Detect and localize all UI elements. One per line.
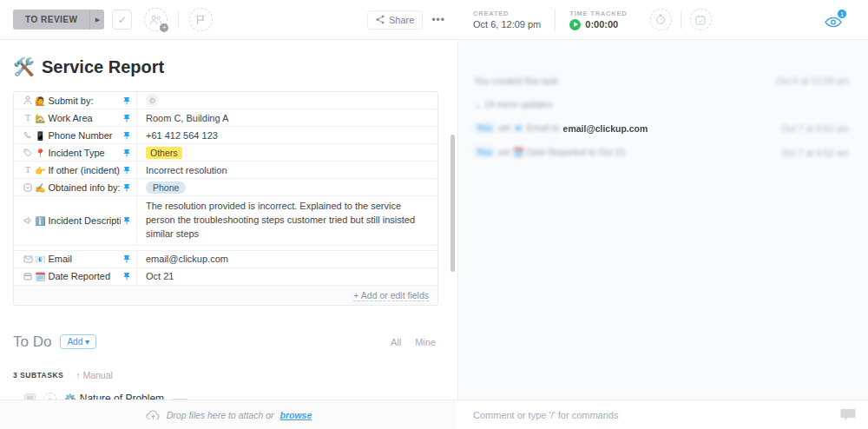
todo-header: To Do Add ▾ All Mine <box>13 333 444 351</box>
task-view: TO REVIEW ▶ ✓ + <box>0 0 868 429</box>
more-options-button[interactable]: ••• <box>431 14 445 26</box>
attach-hint-text: Drop files here to attach or <box>167 410 274 420</box>
subtask-name: Nature of Problem <box>80 393 164 399</box>
filter-mine[interactable]: Mine <box>415 337 436 347</box>
filter-all[interactable]: All <box>391 337 401 347</box>
field-value-incident-description[interactable]: The resolution provided is incorrect. Ex… <box>137 196 437 245</box>
field-value-obtained-info[interactable]: Phone <box>137 179 437 195</box>
email-field-icon <box>21 255 35 263</box>
field-label: Email <box>48 254 72 264</box>
subtask-row[interactable]: + ⚙️Nature of Problem ▬▬ <box>24 389 457 399</box>
subtask-assignee-icon[interactable]: + <box>43 393 56 399</box>
add-subtask-button[interactable]: Add ▾ <box>60 334 96 349</box>
pin-icon[interactable] <box>121 272 133 280</box>
created-block: CREATED Oct 6, 12:09 pm <box>473 10 541 30</box>
activity-collapsed-updates[interactable]: ⌄ 14 more updates <box>474 99 849 109</box>
header-right: CREATED Oct 6, 12:09 pm TIME TRACKED 0:0… <box>457 9 868 31</box>
mark-complete-button[interactable]: ✓ <box>112 10 132 30</box>
next-status-button[interactable]: ▶ <box>89 10 104 30</box>
priority-flag-button[interactable] <box>189 8 213 31</box>
text-field-icon: T <box>21 113 35 122</box>
pin-icon[interactable] <box>121 114 133 122</box>
subtask-checkbox[interactable] <box>24 393 36 399</box>
pin-icon[interactable] <box>121 216 133 225</box>
field-row-date-reported[interactable]: 🗓️Date Reported Oct 21 <box>14 268 437 286</box>
activity-panel: You created this task Oct 6 at 12:09 pm … <box>457 41 868 399</box>
watchers-count-badge: 1 <box>837 9 847 19</box>
sort-manual-button[interactable]: ↑ Manual <box>76 370 113 380</box>
pin-icon[interactable] <box>121 254 133 263</box>
user-chip[interactable]: You <box>474 147 495 157</box>
field-value-email[interactable]: email@clickup.com <box>137 251 437 267</box>
field-value-if-other[interactable]: Incorrect resolution <box>137 162 437 178</box>
activity-timestamp: Oct 6 at 12:09 pm <box>777 76 849 86</box>
comment-bubble-icon[interactable] <box>840 408 856 421</box>
field-label: Date Reported <box>48 271 110 281</box>
field-label: Phone Number <box>48 130 112 141</box>
due-date-button[interactable] <box>690 9 712 30</box>
pin-icon[interactable] <box>121 148 133 157</box>
task-emoji: 🛠️ <box>13 56 35 77</box>
activity-text: set 📧 Email to <box>498 122 560 133</box>
people-icon <box>149 15 162 25</box>
activity-timestamp: Oct 7 at 9:52 am <box>781 123 849 134</box>
field-row-incident-type[interactable]: 📍Incident Type Others <box>14 144 437 162</box>
comment-input[interactable]: Comment or type '/' for commands <box>473 410 840 420</box>
field-value-work-area[interactable]: Room C, Building A <box>137 109 437 126</box>
pin-icon[interactable] <box>121 166 133 175</box>
time-tracked-label: TIME TRACKED <box>569 10 627 17</box>
activity-row: Youset 🗓️ Date Reported to Oct 21 Oct 7 … <box>474 147 849 158</box>
pin-icon[interactable] <box>121 131 133 140</box>
assignee-button[interactable]: + <box>144 8 168 31</box>
scrollbar-thumb[interactable] <box>450 135 455 272</box>
field-row-incident-description[interactable]: ℹ️Incident Description The resolution pr… <box>14 196 437 246</box>
field-value-incident-type[interactable]: Others <box>137 144 437 161</box>
field-value-phone-number[interactable]: +61 412 564 123 <box>137 127 437 143</box>
subtasks-count: 3 SUBTASKS <box>13 371 63 380</box>
browse-link[interactable]: browse <box>279 410 312 420</box>
pin-icon[interactable] <box>121 96 133 105</box>
divider <box>178 11 179 29</box>
field-row-email[interactable]: 📧Email email@clickup.com <box>14 251 437 268</box>
activity-timestamp: Oct 7 at 9:52 am <box>781 148 849 158</box>
longtext-field-icon <box>21 216 35 225</box>
phone-field-icon <box>21 131 35 140</box>
field-row-submit-by[interactable]: 🙋Submit by: ⚙ <box>14 92 437 109</box>
dropdown-chip: Phone <box>146 182 186 194</box>
created-label: CREATED <box>473 10 541 17</box>
dropdown-field-icon <box>21 183 35 192</box>
flag-icon <box>196 15 206 25</box>
share-button[interactable]: Share <box>367 10 423 30</box>
estimate-button[interactable] <box>650 9 672 30</box>
fields-footer: + Add or edit fields <box>14 286 437 305</box>
label-chip: Others <box>146 147 182 159</box>
status-button[interactable]: TO REVIEW <box>13 10 89 30</box>
pin-icon[interactable] <box>121 183 133 192</box>
add-person-icon: ⚙ <box>146 94 159 107</box>
todo-title: To Do <box>13 333 51 351</box>
created-value: Oct 6, 12:09 pm <box>473 19 541 30</box>
header: TO REVIEW ▶ ✓ + <box>0 0 868 40</box>
activity-row: Youset 📧 Email to email@clickup.com Oct … <box>474 122 849 134</box>
field-value-submit-by[interactable]: ⚙ <box>137 92 437 109</box>
activity-text: set 🗓️ Date Reported to Oct 21 <box>498 147 626 157</box>
field-label: Work Area <box>48 113 92 123</box>
time-tracked-block: TIME TRACKED 0:00:00 <box>569 10 627 30</box>
label-field-icon <box>21 148 35 157</box>
custom-fields-table: 🙋Submit by: ⚙ T 🏡Work Area <box>13 91 438 306</box>
field-row-if-other[interactable]: T 👉If other (incident): Incorrect resolu… <box>14 162 437 179</box>
comment-bar: Comment or type '/' for commands <box>457 399 868 429</box>
date-field-icon <box>21 272 35 280</box>
field-row-obtained-info[interactable]: ✍️Obtained info by: Phone <box>14 179 437 196</box>
field-value-date-reported[interactable]: Oct 21 <box>137 268 437 285</box>
attach-drop-zone[interactable]: Drop files here to attach or browse <box>0 399 457 429</box>
add-or-edit-fields-link[interactable]: + Add or edit fields <box>353 290 429 301</box>
user-chip[interactable]: You <box>474 122 495 133</box>
header-left: TO REVIEW ▶ ✓ + <box>0 8 457 31</box>
watchers-button[interactable]: 1 <box>823 12 844 30</box>
task-title[interactable]: 🛠️ Service Report <box>13 56 457 77</box>
field-label: Submit by: <box>48 96 93 106</box>
field-row-work-area[interactable]: T 🏡Work Area Room C, Building A <box>14 109 437 127</box>
field-row-phone-number[interactable]: 📱Phone Number +61 412 564 123 <box>14 127 437 144</box>
start-timer-button[interactable] <box>569 19 581 30</box>
